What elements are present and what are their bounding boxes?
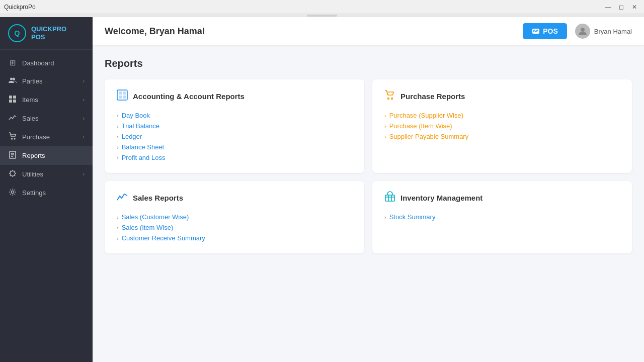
purchase-supplier-wise-link[interactable]: Purchase (Supplier Wise) [389,112,463,119]
purchase-icon [384,89,395,103]
svg-rect-22 [123,92,126,95]
sidebar-item-sales[interactable]: Sales › [0,109,93,128]
svg-point-25 [388,98,389,100]
pos-button[interactable]: POS [523,23,567,39]
ledger-link[interactable]: Ledger [122,133,142,140]
titlebar-title: QuickproPo [4,4,36,11]
svg-point-26 [391,98,393,100]
chevron-right-icon: › [384,113,386,119]
list-item: ›Day Book [117,110,352,121]
list-item: ›Supplier Payable Summary [384,131,620,142]
chevron-right-icon: › [384,214,386,220]
list-item: ›Balance Sheet [117,142,352,152]
svg-point-12 [12,191,14,194]
utilities-icon [8,169,17,179]
chevron-down-icon: › [83,78,85,84]
sales-customer-wise-link[interactable]: Sales (Customer Wise) [122,213,189,221]
logo-quickpro: QUICKPRO [31,25,66,33]
avatar [575,24,590,39]
sidebar-logo: Q QUICKPRO POS [0,17,93,50]
accounting-icon [117,89,128,103]
user-name: Bryan Hamal [594,28,632,35]
day-book-link[interactable]: Day Book [122,112,150,119]
sidebar-item-label: Purchase [22,133,78,141]
welcome-title: Welcome, Bryan Hamal [105,26,205,37]
page-heading: Reports [105,58,632,69]
profit-loss-link[interactable]: Profit and Loss [122,154,166,161]
list-item: ›Purchase (Item Wise) [384,121,620,131]
purchase-icon [8,132,17,142]
inventory-links: ›Stock Summary [384,212,620,222]
chevron-right-icon: › [384,134,386,140]
sidebar-item-label: Utilities [22,170,78,178]
svg-rect-23 [119,96,122,99]
sidebar-item-parties[interactable]: Parties › [0,72,93,90]
app-container: Q QUICKPRO POS ⊞ Dashboard Parties › [0,17,644,362]
close-button[interactable]: ✕ [629,3,640,12]
reports-grid: Accounting & Account Reports ›Day Book ›… [105,79,632,253]
sidebar-item-utilities[interactable]: Utilities › [0,165,93,184]
svg-point-7 [14,138,15,139]
purchase-item-wise-link[interactable]: Purchase (Item Wise) [389,122,452,130]
reports-icon [8,151,17,160]
sidebar-item-settings[interactable]: Settings [0,184,93,202]
main-content: Welcome, Bryan Hamal POS Bryan Hamal Rep… [93,17,644,362]
purchase-reports-title: Purchase Reports [400,92,465,101]
sidebar-item-items[interactable]: Items › [0,90,93,109]
chevron-down-icon: › [83,134,85,140]
svg-point-0 [10,78,13,80]
svg-rect-2 [9,96,12,99]
sidebar-item-label: Sales [22,115,78,122]
items-icon [8,95,17,105]
dashboard-icon: ⊞ [8,58,17,67]
titlebar: QuickproPo — ◻ ✕ [0,0,644,14]
customer-receive-summary-link[interactable]: Customer Receive Summary [122,234,205,242]
accounting-reports-title: Accounting & Account Reports [133,92,245,101]
accounting-reports-card: Accounting & Account Reports ›Day Book ›… [105,79,364,173]
list-item: ›Profit and Loss [117,152,352,163]
list-item: ›Sales (Item Wise) [117,222,352,233]
sidebar-item-label: Dashboard [22,59,85,67]
sidebar-item-label: Parties [22,77,78,85]
chevron-down-icon: › [83,97,85,103]
svg-point-1 [13,78,15,80]
parties-icon [8,76,17,86]
user-info: Bryan Hamal [575,24,632,39]
sidebar-item-purchase[interactable]: Purchase › [0,128,93,146]
sales-reports-title: Sales Reports [133,194,183,202]
page-content: Reports Accounting & Account Reports ›Da… [93,46,644,362]
list-item: ›Stock Summary [384,212,620,222]
svg-rect-16 [535,31,536,32]
sales-links: ›Sales (Customer Wise) ›Sales (Item Wise… [117,212,352,243]
trial-balance-link[interactable]: Trial Balance [122,122,159,130]
chevron-down-icon: › [83,116,85,121]
minimize-button[interactable]: — [603,3,614,12]
svg-rect-21 [119,92,122,95]
sales-reports-card: Sales Reports ›Sales (Customer Wise) ›Sa… [105,181,364,253]
maximize-button[interactable]: ◻ [616,3,627,12]
sidebar-item-reports[interactable]: Reports [0,146,93,165]
header-right: POS Bryan Hamal [523,23,632,39]
sidebar-item-dashboard[interactable]: ⊞ Dashboard [0,54,93,72]
balance-sheet-link[interactable]: Balance Sheet [122,143,165,151]
list-item: ›Ledger [117,131,352,142]
svg-rect-13 [532,29,539,34]
list-item: ›Sales (Customer Wise) [117,212,352,222]
logo-text: QUICKPRO POS [31,25,66,41]
sidebar-item-label: Reports [22,152,85,159]
supplier-payable-summary-link[interactable]: Supplier Payable Summary [389,133,469,140]
list-item: ›Trial Balance [117,121,352,131]
list-item: ›Purchase (Supplier Wise) [384,110,620,121]
settings-icon [8,188,17,198]
inventory-management-title: Inventory Management [400,194,482,202]
accounting-links: ›Day Book ›Trial Balance ›Ledger ›Balanc… [117,110,352,163]
logo-pos: POS [31,33,45,41]
sidebar: Q QUICKPRO POS ⊞ Dashboard Parties › [0,17,93,362]
stock-summary-link[interactable]: Stock Summary [389,213,436,221]
svg-point-19 [581,28,585,32]
chevron-right-icon: › [117,225,119,231]
sales-item-wise-link[interactable]: Sales (Item Wise) [122,224,174,231]
svg-point-6 [12,138,13,139]
chevron-right-icon: › [117,144,119,150]
logo-icon: Q [8,24,26,42]
